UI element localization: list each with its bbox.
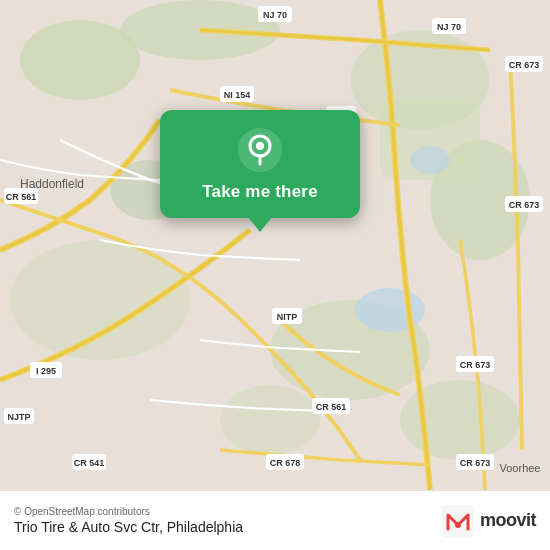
svg-point-48 — [256, 142, 264, 150]
svg-text:NJ 70: NJ 70 — [263, 10, 287, 20]
svg-point-50 — [455, 522, 461, 528]
svg-text:NI 154: NI 154 — [224, 90, 251, 100]
svg-text:NJ 70: NJ 70 — [437, 22, 461, 32]
bottom-left-info: © OpenStreetMap contributors Trio Tire &… — [14, 506, 243, 535]
moovit-text: moovit — [480, 510, 536, 531]
svg-point-7 — [10, 240, 190, 360]
svg-text:NJTP: NJTP — [7, 412, 30, 422]
popup-card: Take me there — [160, 110, 360, 218]
svg-text:CR 673: CR 673 — [460, 360, 491, 370]
moovit-icon — [442, 505, 474, 537]
location-pin-icon — [238, 128, 282, 172]
svg-text:NITP: NITP — [277, 312, 298, 322]
moovit-logo: moovit — [442, 505, 536, 537]
svg-text:CR 673: CR 673 — [509, 200, 540, 210]
svg-text:CR 673: CR 673 — [460, 458, 491, 468]
bottom-bar: © OpenStreetMap contributors Trio Tire &… — [0, 490, 550, 550]
location-name: Trio Tire & Auto Svc Ctr, Philadelphia — [14, 519, 243, 535]
svg-text:CR 678: CR 678 — [270, 458, 301, 468]
svg-text:CR 541: CR 541 — [74, 458, 105, 468]
svg-text:CR 673: CR 673 — [509, 60, 540, 70]
svg-text:Voorhee: Voorhee — [500, 462, 541, 474]
map-container: NJ 70 NJ 70 CR 561 NI 154 NJTP CR 673 CR… — [0, 0, 550, 490]
take-me-there-button[interactable]: Take me there — [202, 182, 318, 202]
svg-point-9 — [220, 385, 320, 455]
attribution-text: © OpenStreetMap contributors — [14, 506, 243, 517]
svg-text:CR 561: CR 561 — [316, 402, 347, 412]
svg-text:Haddonfield: Haddonfield — [20, 177, 84, 191]
svg-text:CR 561: CR 561 — [6, 192, 37, 202]
svg-point-13 — [410, 146, 450, 174]
svg-point-12 — [355, 288, 425, 332]
map-svg: NJ 70 NJ 70 CR 561 NI 154 NJTP CR 673 CR… — [0, 0, 550, 490]
svg-text:I 295: I 295 — [36, 366, 56, 376]
